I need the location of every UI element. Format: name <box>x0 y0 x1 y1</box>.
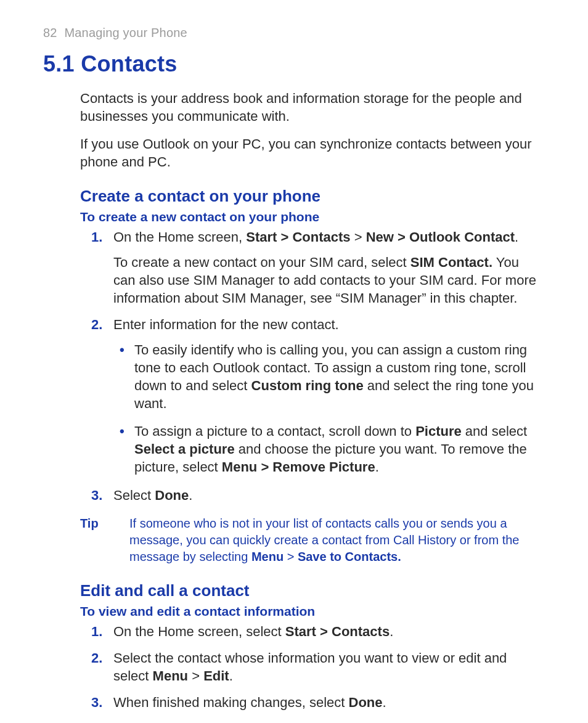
tip-body: If someone who is not in your list of co… <box>129 515 539 565</box>
step-marker: 3. <box>91 486 102 504</box>
text-run: . <box>189 488 192 503</box>
text-run: . <box>383 695 386 710</box>
bold-run: Custom ring tone <box>251 378 364 393</box>
step-body: On the Home screen, Start > Contacts > N… <box>113 228 539 307</box>
intro-paragraph-1: Contacts is your address book and inform… <box>80 89 539 125</box>
text-run: > <box>188 668 203 684</box>
create-contact-procedure-heading: To create a new contact on your phone <box>80 210 539 224</box>
bold-run: New > Outlook Contact <box>366 229 515 245</box>
list-item: 2. Select the contact whose information … <box>80 649 539 685</box>
bold-run: Start > Contacts <box>246 229 350 245</box>
step-body: Select the contact whose information you… <box>113 649 539 685</box>
step-text: Enter information for the new contact. <box>113 316 539 333</box>
text-run: On the Home screen, <box>113 229 246 245</box>
text-run: . <box>229 668 233 684</box>
step-marker: 2. <box>91 316 102 333</box>
text-run: Select <box>113 488 155 503</box>
tip-block: Tip If someone who is not in your list o… <box>80 515 539 565</box>
sub-bullets: To easily identify who is calling you, y… <box>113 341 539 476</box>
text-run: . <box>375 459 379 475</box>
tip-label: Tip <box>80 515 111 565</box>
text-run: > <box>284 550 298 563</box>
step-marker: 1. <box>91 228 102 246</box>
create-contact-heading: Create a contact on your phone <box>80 187 539 206</box>
text-run: When finished making changes, select <box>113 695 349 710</box>
bold-run: Menu > Remove Picture <box>222 459 375 475</box>
edit-contact-heading: Edit and call a contact <box>80 581 539 600</box>
bold-run: Select a picture <box>134 441 235 457</box>
intro-paragraph-2: If you use Outlook on your PC, you can s… <box>80 135 539 171</box>
bold-run: Menu <box>153 668 188 684</box>
page: 82 Managing your Phone 5.1 Contacts Cont… <box>0 0 588 723</box>
step-followup: To create a new contact on your SIM card… <box>113 253 539 307</box>
edit-contact-steps: 1. On the Home screen, select Start > Co… <box>80 623 539 711</box>
step-marker: 1. <box>91 623 102 640</box>
text-run: . <box>390 624 393 639</box>
text-run: . <box>515 229 518 245</box>
step-body: On the Home screen, select Start > Conta… <box>113 623 539 640</box>
step-body: Enter information for the new contact. T… <box>113 316 539 476</box>
section-number: 5.1 <box>43 51 75 76</box>
list-item: 1. On the Home screen, Start > Contacts … <box>80 228 539 307</box>
list-item: 3. Select Done. <box>80 486 539 504</box>
bold-run: Start > Contacts <box>285 624 390 639</box>
bold-run: Picture <box>415 423 462 439</box>
step-body: Select Done. <box>113 486 539 504</box>
step-text: On the Home screen, Start > Contacts > N… <box>113 228 539 246</box>
page-number: 82 <box>43 26 57 39</box>
step-marker: 3. <box>91 693 102 711</box>
bold-run: Edit <box>203 668 229 684</box>
text-run: > <box>351 229 366 245</box>
text-run: and select <box>462 423 527 439</box>
section-title: 5.1 Contacts <box>43 51 545 77</box>
create-contact-steps: 1. On the Home screen, Start > Contacts … <box>80 228 539 504</box>
section-name: Contacts <box>81 51 177 76</box>
step-body: When finished making changes, select Don… <box>113 693 539 711</box>
text-run: To create a new contact on your SIM card… <box>113 255 410 270</box>
bold-run: Done <box>349 695 383 710</box>
list-item: 3. When finished making changes, select … <box>80 693 539 711</box>
text-run: To assign a picture to a contact, scroll… <box>134 423 415 439</box>
body-text: Contacts is your address book and inform… <box>80 89 539 711</box>
edit-contact-procedure-heading: To view and edit a contact information <box>80 604 539 619</box>
bold-run: SIM Contact. <box>410 255 492 270</box>
bold-run: Done <box>155 488 189 503</box>
bold-run: Save to Contacts. <box>298 550 401 563</box>
bold-run: Menu <box>251 550 284 563</box>
text-run: On the Home screen, select <box>113 624 285 639</box>
chapter-title: Managing your Phone <box>64 26 187 39</box>
running-header: 82 Managing your Phone <box>43 26 545 40</box>
step-marker: 2. <box>91 649 102 667</box>
list-item: 2. Enter information for the new contact… <box>80 316 539 476</box>
list-item: To easily identify who is calling you, y… <box>113 341 539 412</box>
list-item: To assign a picture to a contact, scroll… <box>113 422 539 476</box>
list-item: 1. On the Home screen, select Start > Co… <box>80 623 539 640</box>
